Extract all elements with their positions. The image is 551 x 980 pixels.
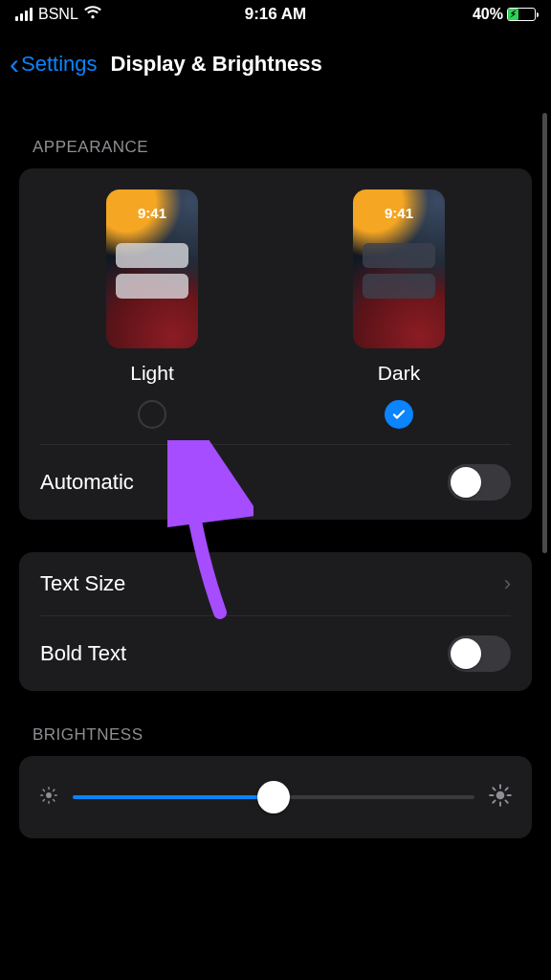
scroll-indicator	[542, 113, 547, 553]
theme-option-light[interactable]: 9:41 Light	[29, 189, 276, 429]
svg-point-0	[46, 792, 52, 798]
brightness-card	[19, 756, 532, 838]
light-preview: 9:41	[106, 189, 198, 348]
brightness-thumb[interactable]	[257, 781, 290, 813]
svg-point-9	[496, 791, 505, 800]
bold-text-row: Bold Text	[19, 616, 532, 691]
svg-line-8	[54, 790, 55, 791]
brightness-section-label: BRIGHTNESS	[0, 691, 551, 756]
dark-preview: 9:41	[353, 189, 445, 348]
checkmark-icon	[391, 407, 407, 422]
carrier-label: BSNL	[38, 6, 78, 23]
svg-line-15	[505, 800, 507, 802]
sun-min-icon	[38, 785, 59, 810]
chevron-left-icon: ‹	[10, 50, 19, 78]
automatic-label: Automatic	[40, 470, 134, 495]
automatic-toggle[interactable]	[448, 464, 511, 501]
cellular-signal-icon	[15, 8, 33, 21]
svg-line-16	[493, 800, 495, 802]
bold-text-label: Bold Text	[40, 641, 126, 666]
back-button[interactable]: ‹ Settings	[10, 50, 98, 78]
page-title: Display & Brightness	[111, 52, 322, 77]
light-label: Light	[130, 362, 174, 385]
bold-text-toggle[interactable]	[448, 635, 511, 672]
nav-header: ‹ Settings Display & Brightness	[0, 29, 551, 92]
text-card: Text Size › Bold Text	[19, 552, 532, 691]
dark-radio[interactable]	[385, 400, 413, 429]
dark-label: Dark	[378, 362, 420, 385]
status-bar: BSNL 9:16 AM 40% ⚡︎	[0, 0, 551, 29]
battery-icon: ⚡︎	[507, 8, 536, 21]
battery-percent: 40%	[473, 6, 503, 23]
svg-line-5	[43, 790, 44, 791]
svg-line-7	[43, 800, 44, 801]
svg-line-6	[54, 800, 55, 801]
text-size-row[interactable]: Text Size ›	[19, 552, 532, 615]
appearance-card: 9:41 Light 9:41 Dark Automatic	[19, 168, 532, 520]
theme-option-dark[interactable]: 9:41 Dark	[276, 189, 522, 429]
text-size-label: Text Size	[40, 571, 125, 596]
sun-max-icon	[488, 783, 513, 812]
wifi-icon	[84, 6, 101, 23]
brightness-fill	[73, 795, 274, 799]
back-label: Settings	[21, 52, 98, 77]
svg-line-14	[493, 788, 495, 790]
light-radio[interactable]	[138, 400, 166, 429]
brightness-slider[interactable]	[73, 795, 474, 799]
clock: 9:16 AM	[245, 5, 307, 24]
automatic-row: Automatic	[19, 445, 532, 520]
chevron-right-icon: ›	[504, 571, 511, 596]
appearance-section-label: APPEARANCE	[0, 92, 551, 168]
svg-line-17	[505, 788, 507, 790]
